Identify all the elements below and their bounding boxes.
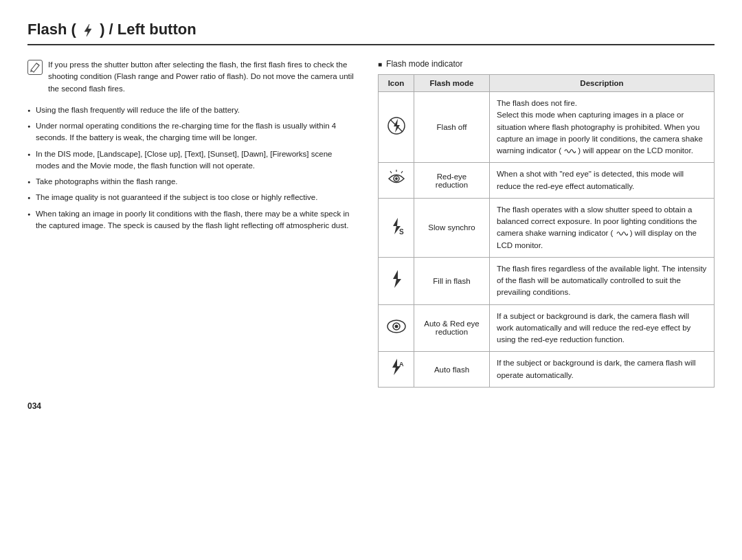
mode-cell: Red-eye reduction xyxy=(414,163,490,199)
desc-cell: If a subject or background is dark, the … xyxy=(490,304,715,352)
auto-red-eye-icon xyxy=(386,317,407,335)
table-row: S Slow synchro The flash operates with a… xyxy=(379,198,715,257)
desc-cell: When a shot with "red eye" is detected, … xyxy=(490,163,715,199)
svg-marker-0 xyxy=(85,24,91,36)
desc-cell: If the subject or background is dark, th… xyxy=(490,352,715,388)
flash-indicator-label: Flash mode indicator xyxy=(378,59,715,69)
desc-cell: The flash fires regardless of the availa… xyxy=(490,257,715,304)
table-row: Auto & Red eye reduction If a subject or… xyxy=(379,304,715,352)
left-column: If you press the shutter button after se… xyxy=(27,59,357,388)
col-description: Description xyxy=(490,75,715,92)
page-title: Flash ( ) / Left button xyxy=(27,21,715,45)
desc-cell: The flash operates with a slow shutter s… xyxy=(490,198,715,257)
bullet-item: When taking an image in poorly lit condi… xyxy=(27,208,357,232)
svg-point-5 xyxy=(395,177,398,180)
table-row: Red-eye reduction When a shot with "red … xyxy=(379,163,715,199)
mode-cell: Flash off xyxy=(414,92,490,163)
mode-cell: Slow synchro xyxy=(414,198,490,257)
note-icon xyxy=(27,60,43,75)
main-content: If you press the shutter button after se… xyxy=(27,59,715,388)
svg-text:S: S xyxy=(399,228,404,236)
mode-cell: Auto & Red eye reduction xyxy=(414,304,490,352)
mode-cell: Auto flash xyxy=(414,352,490,388)
bullet-item: Take photographs within the flash range. xyxy=(27,176,357,188)
icon-cell-red-eye xyxy=(379,163,414,199)
shake-indicator-icon xyxy=(563,146,576,156)
table-row: A Auto flash If the subject or backgroun… xyxy=(379,352,715,388)
auto-flash-icon: A xyxy=(386,358,407,377)
bullet-list: Using the flash frequently will reduce t… xyxy=(27,104,357,232)
svg-marker-8 xyxy=(393,270,401,288)
red-eye-reduction-icon xyxy=(386,170,407,188)
table-row: Fill in flash The flash fires regardless… xyxy=(379,257,715,304)
note-box: If you press the shutter button after se… xyxy=(27,59,357,95)
flash-icon xyxy=(80,23,95,38)
svg-point-11 xyxy=(394,324,398,328)
page-number: 034 xyxy=(27,401,715,411)
desc-cell: The flash does not fire. Select this mod… xyxy=(490,92,715,163)
fill-in-flash-icon xyxy=(387,269,406,289)
shake-indicator-icon2 xyxy=(616,229,628,238)
bullet-item: Under normal operating conditions the re… xyxy=(27,120,357,144)
icon-cell-auto-red-eye xyxy=(379,304,414,352)
table-row: Flash off The flash does not fire. Selec… xyxy=(379,92,715,163)
bullet-item: In the DIS mode, [Landscape], [Close up]… xyxy=(27,148,357,172)
svg-text:A: A xyxy=(399,361,404,368)
pencil-icon xyxy=(30,62,41,73)
col-icon: Icon xyxy=(379,75,414,92)
right-column: Flash mode indicator Icon Flash mode Des… xyxy=(378,59,715,388)
icon-cell-fill-flash xyxy=(379,257,414,304)
flash-off-icon xyxy=(387,116,406,135)
flash-mode-table: Icon Flash mode Description Flash of xyxy=(378,74,715,388)
icon-cell-flash-off xyxy=(379,92,414,163)
svg-marker-3 xyxy=(394,119,400,133)
slow-synchro-icon: S xyxy=(387,216,406,236)
icon-cell-slow-synchro: S xyxy=(379,198,414,257)
bullet-item: Using the flash frequently will reduce t… xyxy=(27,104,357,116)
icon-cell-auto-flash: A xyxy=(379,352,414,388)
note-text: If you press the shutter button after se… xyxy=(48,59,357,95)
mode-cell: Fill in flash xyxy=(414,257,490,304)
bullet-item: The image quality is not guaranteed if t… xyxy=(27,192,357,203)
col-mode: Flash mode xyxy=(414,75,490,92)
